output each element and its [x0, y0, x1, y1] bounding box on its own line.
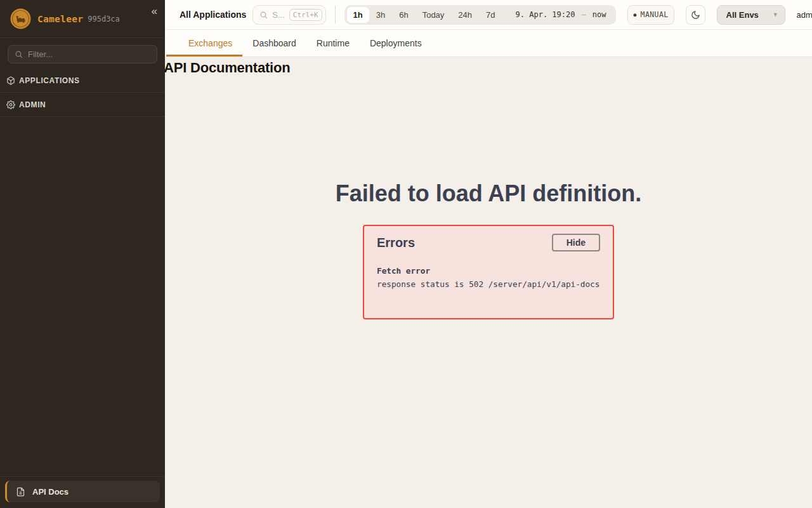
sidebar-collapse-icon[interactable]: «	[152, 6, 157, 17]
document-icon	[16, 487, 25, 497]
tab-deployments[interactable]: Deployments	[360, 30, 432, 57]
sidebar-item-api-docs[interactable]: API Docs	[5, 481, 160, 502]
time-range-today[interactable]: Today	[416, 10, 452, 20]
cube-icon	[6, 76, 15, 85]
sidebar: Cameleer 995d3ca « Filter... APPLICATION…	[0, 0, 165, 508]
sidebar-item-label: ADMIN	[19, 100, 46, 109]
time-range-7d[interactable]: 7d	[479, 10, 502, 20]
gear-icon	[6, 100, 15, 109]
tab-runtime[interactable]: Runtime	[306, 30, 360, 57]
context-label: All Applications	[180, 10, 246, 20]
sidebar-item-label: API Docs	[32, 487, 69, 497]
page-title: API Documentation	[165, 57, 812, 76]
main-content: API Documentation Failed to load API def…	[165, 57, 812, 508]
user-label[interactable]: admin	[797, 10, 812, 20]
sidebar-header: Cameleer 995d3ca «	[0, 0, 165, 38]
tab-exchanges[interactable]: Exchanges	[166, 30, 242, 57]
tab-dashboard[interactable]: Dashboard	[242, 30, 306, 57]
sidebar-item-admin[interactable]: ADMIN	[0, 93, 165, 117]
search-icon	[259, 11, 268, 19]
top-header: All Applications S... Ctrl+K 1h 3h 6h To…	[165, 0, 812, 30]
moon-icon	[691, 10, 700, 20]
api-load-error-title: Failed to load API definition.	[165, 180, 812, 207]
search-icon	[15, 50, 23, 58]
filter-placeholder: Filter...	[28, 50, 53, 59]
time-range-1h[interactable]: 1h	[347, 7, 369, 23]
time-range-control: 1h 3h 6h Today 24h 7d 9. Apr. 19:20 – no…	[344, 5, 617, 25]
error-name: Fetch error	[377, 266, 600, 276]
time-to[interactable]: now	[593, 10, 606, 19]
sidebar-item-label: APPLICATIONS	[19, 76, 80, 85]
hide-errors-button[interactable]: Hide	[552, 234, 600, 251]
time-range-24h[interactable]: 24h	[451, 10, 479, 20]
global-search-input[interactable]: S... Ctrl+K	[252, 5, 325, 25]
sidebar-item-applications[interactable]: APPLICATIONS	[0, 69, 165, 93]
sidebar-filter-input[interactable]: Filter...	[8, 45, 157, 64]
refresh-mode-label: MANUAL	[641, 10, 669, 19]
errors-panel: Errors Hide Fetch error response status …	[363, 225, 614, 319]
time-from[interactable]: 9. Apr. 19:20	[516, 10, 575, 19]
search-shortcut-badge: Ctrl+K	[289, 9, 322, 21]
tab-bar: Exchanges Dashboard Runtime Deployments	[165, 30, 812, 57]
dark-mode-toggle[interactable]	[686, 5, 705, 25]
refresh-dot-icon: ●	[633, 12, 636, 18]
error-message: response status is 502 /server/api/v1/ap…	[377, 279, 600, 289]
brand-name: Cameleer	[37, 14, 83, 24]
refresh-mode-button[interactable]: ● MANUAL	[627, 5, 674, 25]
search-placeholder: S...	[272, 10, 285, 20]
time-separator: –	[581, 10, 586, 19]
brand-version: 995d3ca	[88, 15, 120, 23]
env-select[interactable]: All Envs ▼	[717, 5, 785, 25]
errors-panel-title: Errors	[377, 236, 415, 250]
time-range-6h[interactable]: 6h	[392, 10, 415, 20]
chevron-down-icon: ▼	[773, 11, 778, 18]
time-range-3h[interactable]: 3h	[369, 10, 392, 20]
brand-logo	[10, 8, 31, 29]
env-select-value: All Envs	[726, 10, 759, 20]
